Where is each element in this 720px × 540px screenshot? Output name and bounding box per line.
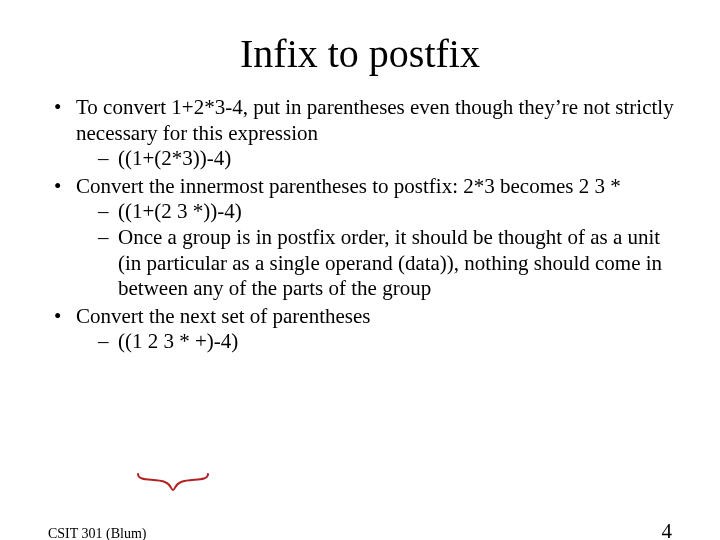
bullet-item: Convert the innermost parentheses to pos… bbox=[48, 174, 680, 302]
sub-list: ((1+(2*3))-4) bbox=[76, 146, 680, 172]
sub-bullet-text: ((1 2 3 * +)-4) bbox=[118, 329, 238, 353]
sub-list: ((1+(2 3 *))-4) Once a group is in postf… bbox=[76, 199, 680, 301]
slide-body: To convert 1+2*3-4, put in parentheses e… bbox=[48, 95, 680, 355]
bullet-text: Convert the innermost parentheses to pos… bbox=[76, 174, 621, 198]
sub-list: ((1 2 3 * +)-4) bbox=[76, 329, 680, 355]
bullet-text: To convert 1+2*3-4, put in parentheses e… bbox=[76, 95, 674, 145]
slide-footer: CSIT 301 (Blum) 4 bbox=[48, 519, 672, 540]
brace-annotation-icon bbox=[137, 473, 209, 491]
sub-bullet-item: ((1+(2 3 *))-4) bbox=[76, 199, 680, 225]
slide-title: Infix to postfix bbox=[0, 30, 720, 77]
bullet-list: To convert 1+2*3-4, put in parentheses e… bbox=[48, 95, 680, 355]
page-number: 4 bbox=[662, 519, 673, 540]
sub-bullet-text: ((1+(2 3 *))-4) bbox=[118, 199, 242, 223]
bullet-item: Convert the next set of parentheses ((1 … bbox=[48, 304, 680, 355]
sub-bullet-item: Once a group is in postfix order, it sho… bbox=[76, 225, 680, 302]
sub-bullet-item: ((1+(2*3))-4) bbox=[76, 146, 680, 172]
bullet-text: Convert the next set of parentheses bbox=[76, 304, 371, 328]
bullet-item: To convert 1+2*3-4, put in parentheses e… bbox=[48, 95, 680, 172]
footer-left: CSIT 301 (Blum) bbox=[48, 526, 147, 540]
slide: Infix to postfix To convert 1+2*3-4, put… bbox=[0, 30, 720, 540]
sub-bullet-text: Once a group is in postfix order, it sho… bbox=[118, 225, 662, 300]
sub-bullet-item: ((1 2 3 * +)-4) bbox=[76, 329, 680, 355]
sub-bullet-text: ((1+(2*3))-4) bbox=[118, 146, 231, 170]
